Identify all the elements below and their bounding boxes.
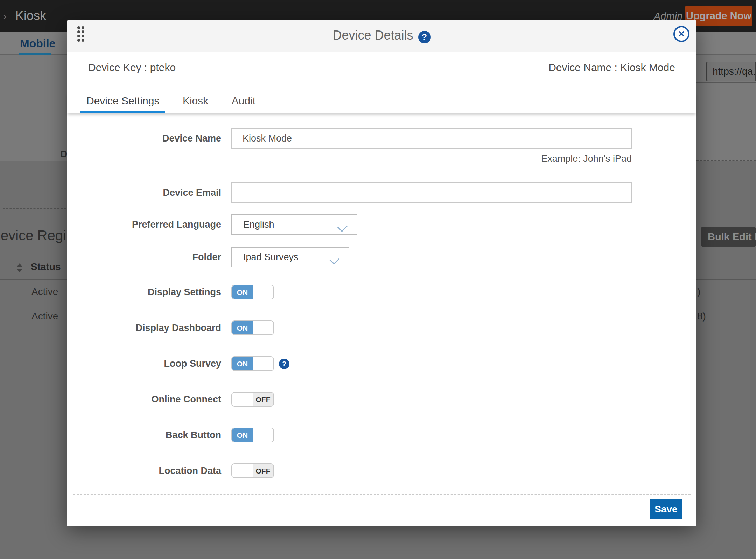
loop-survey-help-icon[interactable]: ? [279,359,289,369]
toggle-off-segment: OFF [253,393,273,406]
preferred-language-label: Preferred Language [67,214,221,235]
location-data-label: Location Data [67,463,221,478]
modal-header: Device Details? ✕ [67,20,696,52]
toggle-off-segment: OFF [253,464,273,477]
online-connect-toggle[interactable]: OFF OFF [231,392,274,407]
toggle-on-segment: ON [232,285,253,299]
folder-select[interactable]: Ipad Surveys [231,247,349,267]
chevron-down-icon [330,255,339,263]
device-key-row: Device Key : pteko Device Name : Kiosk M… [88,60,675,76]
bg-dashed-line [3,208,66,209]
help-icon[interactable]: ? [418,31,431,43]
folder-label: Folder [67,247,221,267]
modal-tabs: Device Settings Kiosk Audit [67,91,696,113]
tab-mobile[interactable]: Mobile [20,37,55,50]
back-button-label: Back Button [67,428,221,442]
toggle-off-segment: ON [253,357,273,370]
toggle-on-segment: ON [232,321,253,334]
survey-url-field[interactable]: https://qa. [706,62,756,81]
bg-dashed-line [3,170,66,170]
bg-line [696,82,756,83]
bg-label-fragment: D [60,149,67,160]
device-email-label: Device Email [67,182,221,203]
chevron-down-icon [338,222,347,230]
location-data-toggle[interactable]: OFF OFF [231,463,274,478]
breadcrumb-chevron-icon: › [3,9,7,23]
table-line [696,279,756,280]
device-name-hint: Example: John's iPad [541,153,632,164]
footer-divider [73,494,691,495]
toggle-on-segment: ON [232,357,253,370]
device-key-text: Device Key : pteko [88,60,176,76]
loop-survey-label: Loop Survey [67,356,221,371]
table-line [0,304,67,304]
online-connect-label: Online Connect [67,392,221,407]
back-button-toggle[interactable]: ON ON [231,428,274,442]
preferred-language-value: English [243,219,274,230]
toggle-on-segment: OFF [232,464,253,477]
table-line [0,279,67,280]
screen: › Kiosk Admin Upgrade Now Mobile D https… [0,0,756,559]
table-line [696,255,756,255]
tab-audit[interactable]: Audit [226,91,261,113]
toggle-on-segment: OFF [232,393,253,406]
table-row-fragment: 8) [697,311,706,322]
table-row-status: Active [31,286,58,297]
close-icon[interactable]: ✕ [673,26,690,42]
display-dashboard-toggle[interactable]: ON ON [231,320,274,335]
display-dashboard-label: Display Dashboard [67,320,221,335]
tab-device-settings[interactable]: Device Settings [80,91,165,113]
sort-arrows-icon[interactable] [17,263,22,272]
preferred-language-select[interactable]: English [231,214,357,235]
page-title: Kiosk [15,8,46,23]
table-row-fragment: ) [697,286,700,297]
device-name-label: Device Name [67,128,221,149]
display-settings-label: Display Settings [67,285,221,299]
bg-dashed-line [696,160,756,161]
toggle-off-segment: ON [253,321,273,334]
modal-title: Device Details [332,28,413,43]
drag-handle-icon[interactable] [77,26,84,42]
toggle-off-segment: ON [253,285,273,299]
display-settings-toggle[interactable]: ON ON [231,285,274,299]
device-email-input[interactable] [231,182,632,203]
device-name-text: Device Name : Kiosk Mode [548,60,675,76]
toggle-on-segment: ON [232,428,253,442]
device-details-modal: Device Details? ✕ Device Key : pteko Dev… [67,20,696,526]
status-column-header[interactable]: Status [31,261,61,272]
table-line [696,304,756,304]
bulk-edit-devices-button[interactable]: Bulk Edit Dev [701,227,756,247]
toggle-off-segment: ON [253,428,273,442]
device-registrations-heading: evice Registr [1,228,66,243]
table-line [0,255,67,255]
loop-survey-toggle[interactable]: ON ON [231,356,274,371]
folder-value: Ipad Surveys [243,252,299,262]
device-name-input[interactable] [231,128,632,149]
table-row-status: Active [31,311,58,322]
tab-kiosk[interactable]: Kiosk [177,91,214,113]
save-button[interactable]: Save [650,499,682,519]
